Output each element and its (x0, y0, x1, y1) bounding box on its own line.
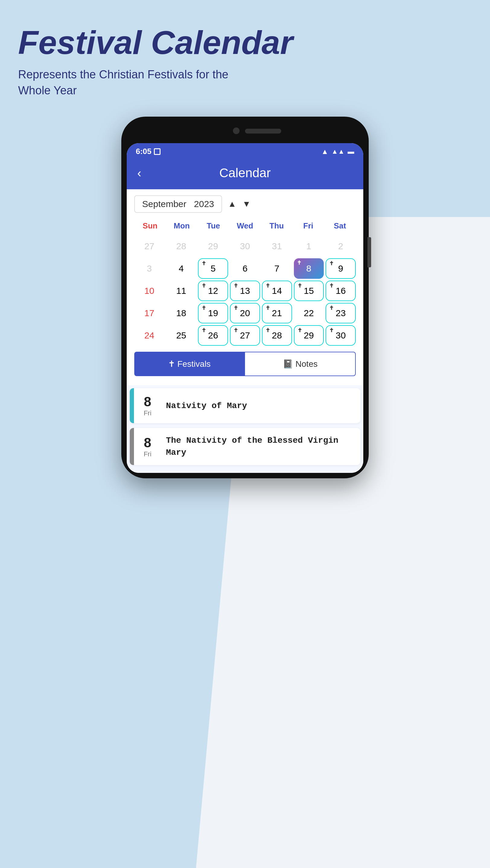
cal-day[interactable]: 25 (166, 325, 196, 346)
festivals-tab-button[interactable]: ✝ Festivals (134, 352, 244, 376)
notes-tab-button[interactable]: 📓 Notes (244, 352, 356, 376)
cal-day[interactable]: 3 (134, 258, 165, 279)
festival-day-number: 8 (144, 435, 151, 450)
cal-day[interactable]: 2 (325, 236, 356, 256)
month-selector: September 2023 ▲ ▼ (134, 195, 356, 213)
cal-day[interactable]: 1 (294, 236, 324, 256)
phone-speaker (245, 129, 281, 133)
cal-day[interactable]: 28 (166, 236, 196, 256)
day-header-wed: Wed (229, 219, 261, 233)
cal-day[interactable]: ✝9 (325, 258, 356, 279)
cal-day[interactable]: ✝27 (230, 325, 260, 346)
cal-day[interactable]: 22 (294, 303, 324, 323)
cal-day[interactable]: 30 (230, 236, 260, 256)
cal-day[interactable]: 4 (166, 258, 196, 279)
festival-day-number: 8 (144, 394, 151, 409)
month-label: September (142, 199, 186, 209)
phone-top (127, 122, 363, 143)
cal-day[interactable]: ✝23 (325, 303, 356, 323)
day-header-mon: Mon (166, 219, 198, 233)
festival-item[interactable]: 8FriThe Nativity of the Blessed Virgin M… (130, 428, 360, 465)
signal-icon: ▲▲ (331, 148, 345, 156)
cal-day[interactable]: ✝16 (325, 281, 356, 301)
status-left: 6:05 (136, 147, 161, 156)
cal-day[interactable]: ✝28 (262, 325, 292, 346)
tab-buttons: ✝ Festivals 📓 Notes (134, 352, 356, 379)
cal-day[interactable]: 27 (134, 236, 165, 256)
day-header-sat: Sat (324, 219, 356, 233)
festival-accent (130, 428, 134, 465)
day-header-thu: Thu (261, 219, 292, 233)
phone-mockup: 6:05 ▲ ▲▲ ▬ ‹ Calendar (18, 117, 472, 478)
festival-list: 8FriNativity of Mary8FriThe Nativity of … (127, 385, 363, 472)
day-header-tue: Tue (198, 219, 229, 233)
status-right: ▲ ▲▲ ▬ (321, 147, 354, 156)
cal-day[interactable]: ✝5 (198, 258, 228, 279)
cal-day[interactable]: ✝12 (198, 281, 228, 301)
month-up-button[interactable]: ▲ (228, 199, 236, 209)
festival-name: Nativity of Mary (166, 400, 247, 412)
page-subtitle: Represents the Christian Festivals for t… (18, 67, 472, 98)
cal-day[interactable]: ✝8 (294, 258, 324, 279)
festival-accent (130, 388, 134, 423)
year-label: 2023 (194, 199, 214, 209)
wifi-icon: ▲ (321, 147, 328, 156)
phone-side-button (368, 237, 371, 267)
status-square-icon (154, 148, 161, 155)
cal-day[interactable]: 24 (134, 325, 165, 346)
cal-day[interactable]: ✝20 (230, 303, 260, 323)
day-header-sun: Sun (134, 219, 166, 233)
cal-day[interactable]: ✝29 (294, 325, 324, 346)
cal-day[interactable]: 10 (134, 281, 165, 301)
month-down-button[interactable]: ▼ (242, 199, 251, 209)
page-title: Festival Calendar (18, 24, 472, 61)
cal-day[interactable]: ✝13 (230, 281, 260, 301)
cal-day[interactable]: 29 (198, 236, 228, 256)
status-time: 6:05 (136, 147, 151, 156)
cal-day[interactable]: ✝30 (325, 325, 356, 346)
cal-day[interactable]: 6 (230, 258, 260, 279)
festival-date: 8Fri (134, 388, 161, 423)
cal-day[interactable]: ✝19 (198, 303, 228, 323)
festival-date: 8Fri (134, 428, 161, 465)
cal-day[interactable]: ✝15 (294, 281, 324, 301)
day-header-fri: Fri (292, 219, 324, 233)
back-button[interactable]: ‹ (133, 165, 146, 181)
cal-day[interactable]: 31 (262, 236, 292, 256)
phone-body: 6:05 ▲ ▲▲ ▬ ‹ Calendar (121, 117, 369, 478)
festival-day-name: Fri (144, 450, 151, 458)
calendar-area: September 2023 ▲ ▼ Sun Mon Tue Wed Thu F… (127, 189, 363, 385)
app-header: ‹ Calendar (127, 160, 363, 189)
month-display: September 2023 (134, 195, 222, 213)
app-title: Calendar (219, 166, 271, 180)
cal-day[interactable]: 11 (166, 281, 196, 301)
cal-day[interactable]: ✝14 (262, 281, 292, 301)
cal-day[interactable]: 17 (134, 303, 165, 323)
day-headers: Sun Mon Tue Wed Thu Fri Sat (134, 219, 356, 233)
festival-info: Nativity of Mary (161, 388, 252, 423)
festival-item[interactable]: 8FriNativity of Mary (130, 388, 360, 423)
phone-screen: 6:05 ▲ ▲▲ ▬ ‹ Calendar (127, 143, 363, 472)
festival-name: The Nativity of the Blessed Virgin Mary (166, 435, 355, 458)
cal-day[interactable]: 18 (166, 303, 196, 323)
festival-info: The Nativity of the Blessed Virgin Mary (161, 428, 360, 465)
festivals-tab-label: ✝ Festivals (168, 359, 211, 369)
festival-day-name: Fri (144, 409, 151, 417)
calendar-grid: 27282930311234✝567✝8✝91011✝12✝13✝14✝15✝1… (134, 236, 356, 346)
cal-day[interactable]: 7 (262, 258, 292, 279)
status-bar: 6:05 ▲ ▲▲ ▬ (127, 143, 363, 160)
notes-tab-label: 📓 Notes (283, 359, 318, 369)
cal-day[interactable]: ✝21 (262, 303, 292, 323)
phone-camera (233, 127, 239, 134)
battery-icon: ▬ (348, 148, 354, 156)
cal-day[interactable]: ✝26 (198, 325, 228, 346)
page-container: Festival Calendar Represents the Christi… (0, 0, 490, 478)
